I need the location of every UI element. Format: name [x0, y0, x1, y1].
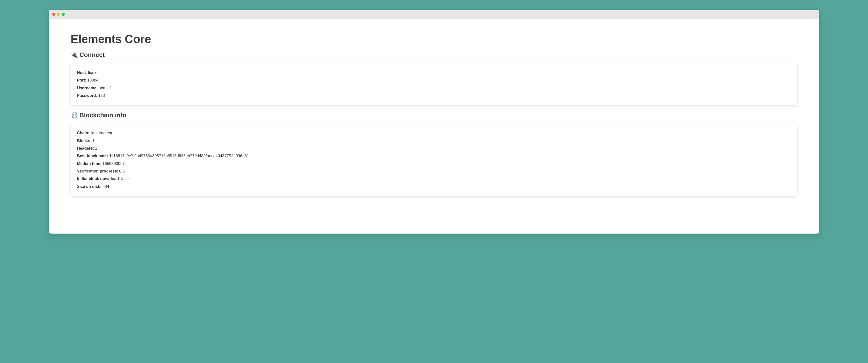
blockchain-value: 0.5: [119, 169, 125, 173]
window-titlebar: [49, 10, 819, 19]
separator: :: [119, 176, 121, 181]
blockchain-label: Median time: [77, 161, 100, 166]
separator: :: [85, 78, 87, 82]
separator: :: [100, 184, 102, 189]
connect-heading-text: Connect: [80, 51, 105, 59]
blockchain-row: Size on disk: 884: [77, 183, 791, 190]
blockchain-value: false: [121, 176, 130, 181]
separator: :: [90, 138, 92, 143]
separator: :: [96, 86, 99, 90]
blockchain-value: 1: [92, 138, 94, 143]
separator: :: [96, 93, 98, 98]
blockchain-label: Size on disk: [77, 184, 100, 189]
separator: :: [88, 131, 90, 135]
separator: :: [86, 70, 88, 75]
blockchain-row: Best block hash: bf16617c9e7f9a49735a308…: [77, 152, 791, 160]
plug-icon: 🔌: [71, 52, 78, 58]
connect-card: Host: liquidPort: 18884Username: admin1P…: [71, 63, 797, 105]
blockchain-row: Chain: liquidregtest: [77, 129, 791, 137]
connect-row: Host: liquid: [77, 69, 791, 76]
separator: :: [117, 169, 119, 173]
separator: :: [108, 154, 110, 158]
blockchain-value: liquidregtest: [90, 131, 112, 135]
blockchain-label: Chain: [77, 131, 88, 135]
blockchain-value: 884: [102, 184, 110, 189]
blockchain-row: Verification progress: 0.5: [77, 167, 791, 175]
blockchain-value: 1: [95, 146, 97, 151]
page-content: Elements Core 🔌 Connect Host: liquidPort…: [49, 19, 819, 217]
connect-label: Password: [77, 93, 96, 98]
blockchain-value: 1650500067: [102, 161, 125, 166]
blockchain-label: Blocks: [77, 138, 90, 143]
zoom-icon[interactable]: [62, 13, 65, 16]
blockchain-card: Chain: liquidregtestBlocks: 1Headers: 1B…: [71, 123, 797, 196]
blockchain-heading: ⛓️ Blockchain info: [71, 111, 797, 119]
blockchain-heading-text: Blockchain info: [80, 111, 127, 119]
app-window: Elements Core 🔌 Connect Host: liquidPort…: [49, 10, 819, 234]
connect-label: Host: [77, 70, 86, 75]
connect-row: Port: 18884: [77, 76, 791, 84]
blockchain-label: Best block hash: [77, 154, 108, 158]
minimize-icon[interactable]: [57, 13, 60, 16]
window-traffic-lights: [52, 13, 65, 16]
connect-label: Port: [77, 78, 85, 82]
chain-icon: ⛓️: [71, 112, 78, 118]
close-icon[interactable]: [52, 13, 55, 16]
connect-value: 123: [98, 93, 105, 98]
blockchain-row: Median time: 1650500067: [77, 160, 791, 167]
separator: :: [100, 161, 102, 166]
blockchain-label: Headers: [77, 146, 93, 151]
connect-value: liquid: [88, 70, 98, 75]
connect-label: Username: [77, 86, 96, 90]
connect-value: 18884: [87, 78, 98, 82]
connect-value: admin1: [99, 86, 112, 90]
separator: :: [93, 146, 95, 151]
blockchain-row: Headers: 1: [77, 144, 791, 152]
blockchain-value: bf16617c9e7f9a49735a308716c6515d625eb779…: [110, 154, 249, 158]
connect-heading: 🔌 Connect: [71, 51, 797, 59]
blockchain-row: Initial block download: false: [77, 175, 791, 183]
blockchain-label: Verification progress: [77, 169, 117, 173]
page-title: Elements Core: [71, 32, 797, 46]
connect-row: Password: 123: [77, 92, 791, 99]
blockchain-label: Initial block download: [77, 176, 119, 181]
connect-row: Username: admin1: [77, 84, 791, 92]
blockchain-row: Blocks: 1: [77, 137, 791, 144]
